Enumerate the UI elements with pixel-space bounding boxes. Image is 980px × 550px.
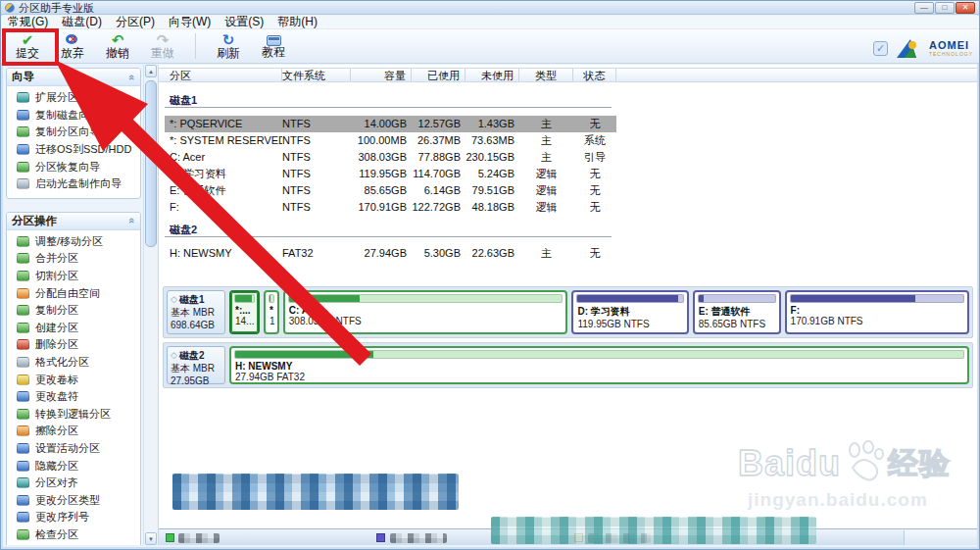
wizard-panel-header[interactable]: 向导 « [7,69,140,86]
app-window: 分区助手专业版 — □ ✕ 常规(G) 磁盘(D) 分区(P) 向导(W) 设置… [0,0,980,550]
sidebar-item-delete[interactable]: 删除分区 [7,336,140,354]
col-filesystem[interactable]: 文件系统 [282,69,351,81]
table-row-c[interactable]: C: AcerNTFS308.03GB77.88GB230.15GB主引导 [165,149,616,166]
sidebar-item-convert-logical[interactable]: 转换到逻辑分区 [7,406,140,424]
sidebar-item-change-type[interactable]: 更改分区类型 [7,491,140,509]
redo-button[interactable]: ↷ 重做 [140,30,185,62]
change-label-icon [17,375,29,385]
sidebar-item-allocate-free-space[interactable]: 分配自由空间 [7,284,140,302]
col-capacity[interactable]: 容量 [351,69,412,81]
change-letter-icon [17,391,29,402]
sidebar-item-align[interactable]: 分区对齐 [7,475,140,492]
sidebar-scrollbar[interactable]: ▲ ▼ [143,65,157,545]
partition-block-h[interactable]: H: NEWSMY 27.94GB FAT32 [229,346,969,384]
scroll-down-icon[interactable]: ▼ [145,532,157,545]
col-type[interactable]: 类型 [519,69,573,81]
change-type-icon [17,495,29,506]
menu-general[interactable]: 常规(G) [8,16,48,28]
sidebar-item-migrate-os[interactable]: 迁移OS到SSD/HDD [7,141,140,159]
convert-logical-icon [17,409,29,420]
discard-button[interactable]: ✕ 放弃 [50,30,95,62]
sidebar-item-copy-partition-wizard[interactable]: 复制分区向导 [7,124,140,141]
redo-icon: ↷ [157,32,170,47]
primary-color-swatch [166,533,174,542]
table-row-h[interactable]: H: NEWSMYFAT3227.94GB5.30GB22.63GB主无 [165,245,616,262]
sidebar-item-copy-partition[interactable]: 复制分区 [7,302,140,320]
col-status[interactable]: 状态 [573,69,616,81]
disk1-info-box[interactable]: ◇磁盘1 基本 MBR 698.64GB [167,290,225,334]
collapse-icon[interactable]: « [126,218,138,224]
menu-settings[interactable]: 设置(S) [224,16,264,28]
col-partition[interactable]: 分区 [165,69,282,81]
refresh-button[interactable]: ↻ 刷新 [206,30,251,62]
disk1-group-header: 磁盘1 [165,93,612,108]
aomei-logo-icon [896,37,921,59]
minimize-button[interactable]: — [914,2,934,14]
wipe-icon [17,425,29,436]
discard-icon: ✕ [65,32,80,47]
sidebar-item-merge[interactable]: 合并分区 [7,250,140,268]
operations-panel-header[interactable]: 分区操作 « [7,213,140,230]
table-row-system-reserved[interactable]: *: SYSTEM RESERVEDNTFS100.00MB26.37MB73.… [165,132,616,149]
wizard-panel: 向导 « 扩展分区向导 复制磁盘向导 复制分区向导 迁移OS到SSD/HDD 分… [6,68,141,199]
partition-block-c[interactable]: C: Acer 308.03GB NTFS [283,290,568,334]
censored-text-block [491,517,816,544]
checkbox-icon[interactable]: ✓ [873,41,888,56]
sidebar-item-wipe[interactable]: 擦除分区 [7,423,140,440]
scroll-up-icon[interactable]: ▲ [145,65,157,77]
tutorial-button[interactable]: 教程 [251,30,296,62]
partition-block-pqservice[interactable]: *:... 14... [229,290,260,334]
app-icon [5,3,15,13]
sidebar-item-copy-disk-wizard[interactable]: 复制磁盘向导 [7,107,140,125]
sidebar-item-split[interactable]: 切割分区 [7,268,140,285]
operations-panel: 分区操作 « 调整/移动分区 合并分区 切割分区 分配自由空间 复制分区 创建分… [6,212,141,545]
sidebar-item-hide[interactable]: 隐藏分区 [7,457,140,475]
col-unused[interactable]: 未使用 [466,69,519,81]
watermark-url: jingyan.baidu.com [748,489,978,511]
close-button[interactable]: ✕ [956,2,975,14]
tutorial-icon [267,35,281,46]
table-row-d[interactable]: D: 学习资料NTFS119.95GB114.70GB5.24GB逻辑无 [165,166,616,182]
sidebar-item-set-active[interactable]: 设置活动分区 [7,440,140,458]
censored-legend-label [178,533,220,543]
partition-block-system-reserved[interactable]: * 1 [264,290,279,334]
partition-block-f[interactable]: F: 170.91GB NTFS [785,290,969,334]
menu-wizard[interactable]: 向导(W) [169,16,211,28]
partition-block-e[interactable]: E: 普通软件 85.65GB NTFS [693,290,781,334]
sidebar-item-partition-recovery[interactable]: 分区恢复向导 [7,158,140,175]
copy-disk-icon [17,110,29,121]
sidebar-item-change-serial[interactable]: 更改序列号 [7,509,140,526]
sidebar-item-extend-wizard[interactable]: 扩展分区向导 [7,89,140,107]
commit-button[interactable]: ✔ 提交 [5,30,50,62]
paw-icon [843,440,886,481]
change-serial-icon [17,512,29,523]
partition-block-d[interactable]: D: 学习资料 119.95GB NTFS [571,290,688,334]
menu-disk[interactable]: 磁盘(D) [62,16,102,28]
menu-help[interactable]: 帮助(H) [277,16,318,28]
sidebar-item-bootable-media[interactable]: 启动光盘制作向导 [7,175,140,193]
hide-icon [17,461,29,472]
sidebar-item-change-drive-letter[interactable]: 更改盘符 [7,388,140,406]
copy-icon [17,305,29,316]
scrollbar-thumb[interactable] [145,80,157,247]
sidebar-item-create[interactable]: 创建分区 [7,320,140,337]
sidebar-item-change-label[interactable]: 更改卷标 [7,371,140,388]
table-row-pqservice[interactable]: *: PQSERVICENTFS14.00GB12.57GB1.43GB主无 [165,116,616,132]
watermark-suffix: 经验 [888,446,951,481]
window-title: 分区助手专业版 [19,2,94,14]
menu-partition[interactable]: 分区(P) [116,16,155,28]
disk2-info-box[interactable]: ◇磁盘2 基本 MBR 27.95GB [167,346,225,384]
sidebar-item-resize-move[interactable]: 调整/移动分区 [7,233,140,251]
toolbar-separator [195,33,196,59]
maximize-button[interactable]: □ [935,2,955,14]
statusbar-grip [904,530,977,545]
sidebar-item-check[interactable]: 检查分区 [7,526,140,544]
collapse-icon[interactable]: « [126,74,138,79]
create-icon [17,323,29,333]
col-used[interactable]: 已使用 [412,69,466,81]
table-row-e[interactable]: E: 普通软件NTFS85.65GB6.14GB79.51GB逻辑无 [165,182,616,199]
undo-button[interactable]: ↶ 撤销 [95,30,140,62]
undo-icon: ↶ [112,32,124,47]
sidebar-item-format[interactable]: 格式化分区 [7,354,140,372]
table-row-f[interactable]: F:NTFS170.91GB122.72GB48.18GB逻辑无 [165,199,616,216]
